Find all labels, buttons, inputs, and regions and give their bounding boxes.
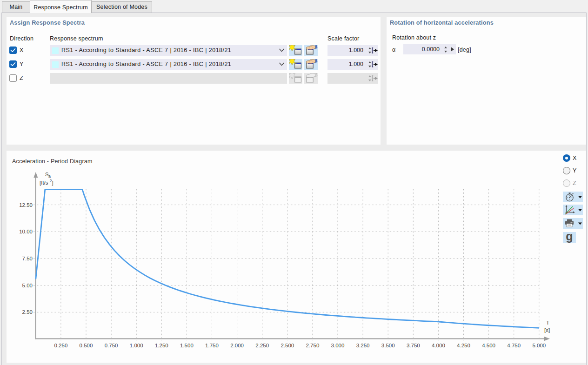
svg-text:1.750: 1.750 (205, 343, 219, 348)
svg-text:7.50: 7.50 (22, 256, 33, 261)
svg-text:12.50: 12.50 (19, 202, 33, 208)
svg-text:2.50: 2.50 (22, 309, 33, 315)
svg-text:4.500: 4.500 (482, 343, 495, 348)
svg-text:T: T (546, 320, 549, 325)
svg-text:1.250: 1.250 (155, 343, 168, 348)
svg-text:0.250: 0.250 (54, 343, 68, 348)
svg-text:0.750: 0.750 (105, 343, 118, 348)
svg-text:5.00: 5.00 (22, 283, 33, 288)
svg-text:2.250: 2.250 (255, 343, 269, 348)
svg-text:2.000: 2.000 (230, 343, 244, 348)
svg-text:[s]: [s] (544, 327, 550, 333)
svg-text:3.750: 3.750 (407, 343, 420, 348)
svg-text:3.250: 3.250 (356, 343, 370, 348)
svg-text:0.500: 0.500 (80, 343, 93, 348)
svg-text:3.000: 3.000 (331, 343, 345, 348)
svg-text:2.750: 2.750 (306, 343, 320, 348)
svg-text:1.500: 1.500 (180, 343, 194, 348)
svg-text:4.750: 4.750 (507, 343, 521, 348)
svg-text:a: a (48, 174, 51, 179)
svg-text:1.000: 1.000 (130, 343, 143, 348)
svg-text:5.000: 5.000 (532, 343, 546, 348)
svg-text:3.500: 3.500 (381, 343, 395, 348)
svg-text:]: ] (52, 180, 53, 186)
svg-text:4.250: 4.250 (457, 343, 470, 348)
svg-text:10.00: 10.00 (19, 229, 33, 234)
svg-text:4.000: 4.000 (432, 343, 445, 348)
svg-text:2.500: 2.500 (281, 343, 294, 348)
svg-text:[ft/s: [ft/s (40, 180, 48, 186)
